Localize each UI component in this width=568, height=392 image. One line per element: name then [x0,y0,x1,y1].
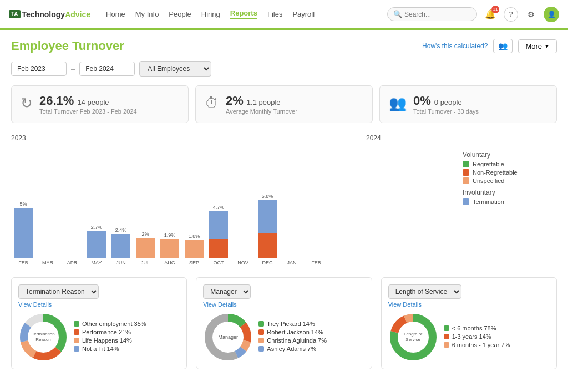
employee-filter-select[interactable]: All Employees [139,61,211,77]
header-right: How's this calculated? 👥 More ▼ [422,39,557,53]
los-select[interactable]: Length of Service [388,284,462,299]
logo[interactable]: TA TechnologyAdvice [9,10,90,19]
more-button[interactable]: More ▼ [518,39,557,53]
bar-feb-2024: FEB [307,251,326,266]
notif-badge: 11 [491,6,499,13]
bar-jan-2024: JAN [282,251,301,266]
legend-voluntary-title: Voluntary [463,151,557,159]
nav-links: Home My Info People Hiring Reports Files… [106,9,315,19]
bottom-card-termination: Termination Reason View Details Terminat… [11,277,187,369]
bottom-section: Termination Reason View Details Terminat… [11,277,557,369]
bar-sep-2023: 1.8% SEP [185,233,204,266]
stat-card-monthly: ⏱ 2% 1.1 people Average Monthly Turnover [195,85,373,123]
notifications-btn[interactable]: 🔔 11 [483,7,498,22]
navbar: TA TechnologyAdvice Home My Info People … [0,0,568,30]
termination-view-details[interactable]: View Details [18,301,180,308]
termination-reason-select[interactable]: Termination Reason [18,284,99,299]
nav-hiring[interactable]: Hiring [201,10,220,18]
logo-box: TA [9,10,21,18]
manager-view-details[interactable]: View Details [203,301,364,308]
bar-nov-2023: NOV [234,251,252,266]
legend-termination: Termination [463,198,557,205]
hows-calculated-link[interactable]: How's this calculated? [422,42,488,50]
search-box[interactable]: 🔍 [387,7,477,21]
year-2024-label: 2024 [366,134,381,142]
nav-people[interactable]: People [169,10,191,18]
stat-cards: ↻ 26.1% 14 people Total Turnover Feb 202… [11,85,557,123]
stat-pct-2: 2% [226,94,244,108]
nav-myinfo[interactable]: My Info [135,10,159,18]
stat-label-3: Total Turnover - 30 days [413,108,479,115]
logo-text: TechnologyAdvice [22,10,90,19]
stat-count-1: 14 people [77,98,109,106]
bottom-card-manager: Manager View Details Manager [196,277,372,369]
bar-jun-2023: 2.4% JUN [111,227,130,266]
nav-files[interactable]: Files [267,10,282,18]
chevron-down-icon: ▼ [544,43,550,49]
stat-pct-1: 26.1% [39,94,74,108]
chart-legend: Voluntary Regrettable Non-Regrettable Un… [452,134,557,266]
bar-dec-2023: 5.8% DEC [258,194,277,266]
termination-legend-list: Other employment 35% Performance 21% Lif… [74,320,146,354]
stat-count-2: 1.1 people [247,98,281,106]
people-icon: 👥 [389,95,407,112]
avatar[interactable]: 👤 [544,7,559,22]
help-btn[interactable]: ? [504,7,518,22]
people-icon-button[interactable]: 👥 [493,39,513,53]
nav-home[interactable]: Home [106,10,125,18]
bar-jul-2023: 2% JUL [136,231,155,266]
nav-right: 🔍 🔔 11 ? ⚙ 👤 [387,7,559,22]
bottom-card-los: Length of Service View Details Length of… [381,277,557,369]
page-content: Employee Turnover How's this calculated?… [0,30,568,378]
search-icon: 🔍 [393,10,402,18]
legend-involuntary-title: Involuntary [463,189,557,196]
bar-chart: 5% FEB MAR APR [11,144,452,266]
settings-btn[interactable]: ⚙ [524,7,538,22]
nav-reports[interactable]: Reports [230,9,257,19]
bar-may-2023: 2.7% MAY [87,225,106,266]
legend-non-regrettable: Non-Regrettable [463,169,557,176]
stat-label-2: Average Monthly Turnover [226,108,297,115]
nav-payroll[interactable]: Payroll [292,10,315,18]
legend-unspecified: Unspecified [463,177,557,184]
stat-count-3: 0 people [434,98,462,106]
date-to-input[interactable] [79,62,135,76]
search-input[interactable] [404,11,471,18]
refresh-icon: ↻ [21,95,33,112]
more-label: More [525,42,542,50]
stat-pct-3: 0% [413,94,431,108]
chart-area: 2023 2024 5% FEB MAR [11,134,452,266]
page-header: Employee Turnover How's this calculated?… [11,39,557,53]
page-title: Employee Turnover [11,39,124,53]
clock-icon: ⏱ [205,95,219,112]
stat-card-30days: 👥 0% 0 people Total Turnover - 30 days [379,85,557,123]
year-2023-label: 2023 [11,134,366,142]
stat-label-1: Total Turnover Feb 2023 - Feb 2024 [39,108,137,115]
filter-dash: – [71,65,75,73]
stat-card-total: ↻ 26.1% 14 people Total Turnover Feb 202… [11,85,189,123]
manager-select[interactable]: Manager [203,284,251,299]
bar-oct-2023: 4.7% OCT [209,205,228,266]
los-view-details[interactable]: View Details [388,301,550,308]
chart-section: 2023 2024 5% FEB MAR [11,134,557,266]
bar-apr-2023: APR [63,251,82,266]
manager-legend-list: Trey Pickard 14% Robert Jackson 14% Chri… [258,320,327,354]
bar-aug-2023: 1.9% AUG [160,232,179,266]
bar-feb-2023: 5% FEB [14,201,33,266]
legend-regrettable: Regrettable [463,161,557,167]
filters-row: – All Employees [11,61,557,77]
los-legend-list: < 6 months 78% 1-3 years 14% 6 months - … [444,325,510,350]
bar-mar-2023: MAR [38,251,57,266]
date-from-input[interactable] [11,62,67,76]
